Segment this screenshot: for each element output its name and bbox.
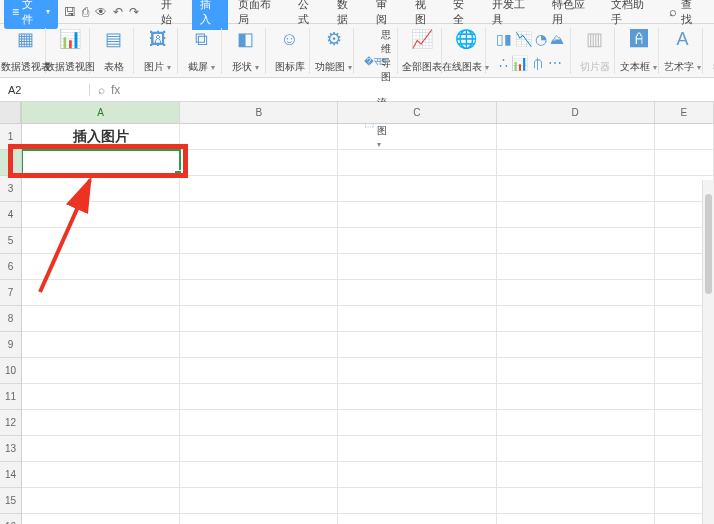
cell-b12[interactable] [180,410,338,436]
select-all-corner[interactable] [0,102,21,124]
cell-d7[interactable] [497,280,655,306]
cell-a9[interactable] [22,332,180,358]
icon-lib-button[interactable]: ☺ 图标库 [270,28,310,74]
tab-home[interactable]: 开始 [153,0,190,30]
cell-d16[interactable] [497,514,655,524]
cell-d13[interactable] [497,436,655,462]
cell-b3[interactable] [180,176,338,202]
row-header-15[interactable]: 15 [0,488,21,514]
cell-d4[interactable] [497,202,655,228]
cell-a13[interactable] [22,436,180,462]
cell-e1[interactable] [655,124,714,150]
function-chart-button[interactable]: ⚙ 功能图 [314,28,354,74]
row-header-16[interactable]: 16 [0,514,21,524]
cell-a1[interactable]: 插入图片 [22,124,180,150]
row-header-3[interactable]: 3 [0,176,21,202]
redo-icon[interactable]: ↷ [129,5,139,19]
cell-c1[interactable] [338,124,496,150]
cell-b6[interactable] [180,254,338,280]
cell-a6[interactable] [22,254,180,280]
cell-d3[interactable] [497,176,655,202]
cell-d15[interactable] [497,488,655,514]
cell-a5[interactable] [22,228,180,254]
vertical-scrollbar[interactable] [702,180,714,524]
formula-input[interactable] [128,84,714,96]
tab-dev-tools[interactable]: 开发工具 [484,0,542,30]
col-header-d[interactable]: D [497,102,655,123]
print-icon[interactable]: ⎙ [82,5,89,19]
pie-chart-icon[interactable]: ◔ [535,31,547,47]
tab-review[interactable]: 审阅 [368,0,405,30]
cell-a10[interactable] [22,358,180,384]
col-header-c[interactable]: C [338,102,496,123]
cell-d6[interactable] [497,254,655,280]
cell-c10[interactable] [338,358,496,384]
cell-c4[interactable] [338,202,496,228]
cell-a8[interactable] [22,306,180,332]
cell-a3[interactable] [22,176,180,202]
cell-a7[interactable] [22,280,180,306]
cell-d2[interactable] [497,150,655,176]
cell-b8[interactable] [180,306,338,332]
cell-c5[interactable] [338,228,496,254]
tab-doc-helper[interactable]: 文档助手 [603,0,661,30]
row-header-13[interactable]: 13 [0,436,21,462]
tab-special[interactable]: 特色应用 [544,0,602,30]
fx-label[interactable]: fx [111,83,120,97]
cell-d5[interactable] [497,228,655,254]
name-box[interactable]: A2 [0,84,90,96]
cell-d14[interactable] [497,462,655,488]
pivot-table-button[interactable]: ▦ 数据透视表 [6,28,46,74]
tab-data[interactable]: 数据 [329,0,366,30]
row-header-2[interactable]: 2 [0,150,21,176]
cell-c15[interactable] [338,488,496,514]
row-header-5[interactable]: 5 [0,228,21,254]
cell-b14[interactable] [180,462,338,488]
cell-c12[interactable] [338,410,496,436]
cell-b1[interactable] [180,124,338,150]
tab-formula[interactable]: 公式 [290,0,327,30]
cell-c6[interactable] [338,254,496,280]
cell-a2[interactable] [22,150,180,176]
row-header-7[interactable]: 7 [0,280,21,306]
grid-body[interactable]: 插入图片 [22,124,714,524]
cell-c11[interactable] [338,384,496,410]
cell-e2[interactable] [655,150,714,176]
screenshot-button[interactable]: ⧉ 截屏 [182,28,222,74]
row-header-6[interactable]: 6 [0,254,21,280]
bar-chart-icon[interactable]: ▯▮ [496,31,512,47]
cell-b11[interactable] [180,384,338,410]
stock-chart-icon[interactable]: 📊 [511,55,528,71]
cell-b2[interactable] [180,150,338,176]
all-charts-button[interactable]: 📈 全部图表 [402,28,442,74]
col-header-b[interactable]: B [180,102,338,123]
cell-a15[interactable] [22,488,180,514]
undo-icon[interactable]: ↶ [113,5,123,19]
row-header-12[interactable]: 12 [0,410,21,436]
fx-search-icon[interactable]: ⌕ [98,83,105,97]
row-header-4[interactable]: 4 [0,202,21,228]
textbox-button[interactable]: 🅰 文本框 [619,28,659,74]
cell-b15[interactable] [180,488,338,514]
cell-c13[interactable] [338,436,496,462]
cell-b13[interactable] [180,436,338,462]
row-header-9[interactable]: 9 [0,332,21,358]
combo-chart-icon[interactable]: ⫛ [531,55,545,71]
cell-b4[interactable] [180,202,338,228]
col-header-a[interactable]: A [22,102,180,123]
online-chart-button[interactable]: 🌐 在线图表 [446,28,486,74]
scatter-chart-icon[interactable]: ∴ [499,55,508,71]
cell-d9[interactable] [497,332,655,358]
cell-d10[interactable] [497,358,655,384]
cell-a11[interactable] [22,384,180,410]
cell-a4[interactable] [22,202,180,228]
cell-b10[interactable] [180,358,338,384]
cell-b7[interactable] [180,280,338,306]
cell-c9[interactable] [338,332,496,358]
cell-a12[interactable] [22,410,180,436]
picture-button[interactable]: 🖼 图片 [138,28,178,74]
line-chart-icon[interactable]: 📉 [515,31,532,47]
shapes-button[interactable]: ◧ 形状 [226,28,266,74]
row-header-1[interactable]: 1 [0,124,21,150]
cell-b9[interactable] [180,332,338,358]
